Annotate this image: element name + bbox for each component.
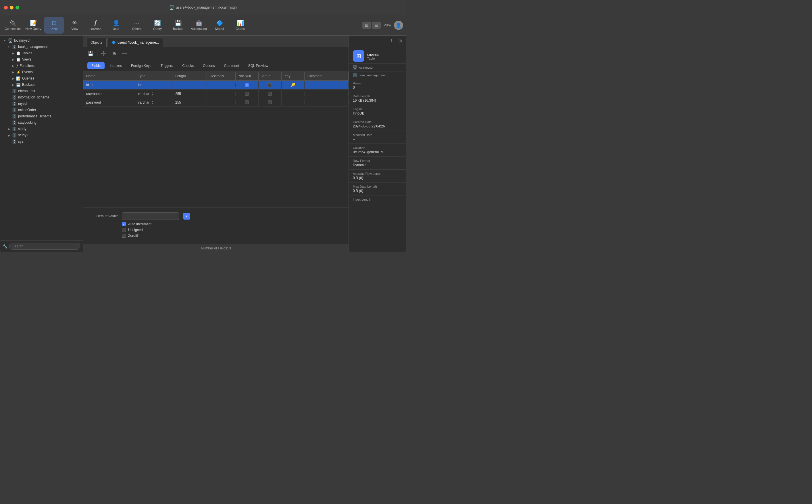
toolbar-connection[interactable]: 🔌 Connection: [3, 17, 22, 34]
toolbar-others[interactable]: ⋯ Others: [127, 17, 146, 34]
grid-icon[interactable]: ⊞: [397, 37, 404, 44]
tab-users-table[interactable]: 🔷 users@book_manageme...: [107, 38, 163, 47]
right-panel-top-icons: ℹ ⊞: [349, 36, 406, 46]
toolbar-new-query[interactable]: 📝 New Query: [24, 17, 43, 34]
sidebar-item-information-schema[interactable]: 🗄️ information_schema: [0, 94, 83, 100]
toolbar-view[interactable]: 👁 View: [65, 17, 84, 34]
cell-password-virtual[interactable]: [259, 98, 282, 106]
cell-id-not-null[interactable]: ✓: [236, 81, 259, 89]
table-row[interactable]: username varchar ▲ ▼ 255: [83, 90, 349, 98]
stepper-down[interactable]: ▼: [91, 85, 93, 87]
virtual-checkbox-password[interactable]: [268, 100, 272, 104]
sidebar-item-localmysql[interactable]: ▾ 🖥️ localmysql: [0, 37, 83, 44]
not-null-checkbox-id[interactable]: ✓: [245, 83, 249, 87]
stepper-up[interactable]: ▲: [152, 100, 154, 102]
sidebar-item-ebean-test[interactable]: 🗄️ ebean_test: [0, 88, 83, 94]
toolbar-automation[interactable]: 🤖 Automation: [189, 17, 209, 34]
stepper-up[interactable]: ▲: [91, 83, 93, 85]
search-input[interactable]: [9, 243, 80, 250]
delete-field-button[interactable]: ➖: [120, 49, 128, 57]
sub-tab-checks[interactable]: Checks: [178, 62, 198, 69]
sub-tab-sql-preview[interactable]: SQL Preview: [244, 62, 273, 69]
sidebar-item-views[interactable]: ▶ 📋 Views: [0, 56, 83, 63]
sub-tab-indexes[interactable]: Indexes: [106, 62, 126, 69]
cell-id-virtual[interactable]: [259, 81, 282, 89]
insert-field-button[interactable]: ⊕: [110, 49, 118, 57]
password-type-stepper[interactable]: ▲ ▼: [152, 100, 154, 104]
view-toggle-btn-1[interactable]: ⊡: [362, 22, 371, 29]
rp-database-value: book_management: [359, 73, 386, 77]
user-avatar[interactable]: 👤: [394, 21, 403, 30]
toolbar-table[interactable]: ⊞ Table: [44, 17, 64, 34]
default-value-dropdown[interactable]: ▾: [183, 213, 190, 220]
sub-tab-fields[interactable]: Fields: [87, 62, 105, 69]
chevron-book-management: ▾: [8, 45, 12, 49]
save-button[interactable]: 💾: [87, 49, 95, 57]
tab-bar: Objects 🔷 users@book_manageme...: [83, 36, 349, 47]
unsigned-checkbox[interactable]: [122, 228, 126, 232]
toolbar-query[interactable]: 🔄 Query: [148, 17, 167, 34]
toolbar-backup[interactable]: 💾 Backup: [168, 17, 188, 34]
sub-tab-triggers[interactable]: Triggers: [156, 62, 177, 69]
maximize-button[interactable]: [16, 6, 19, 9]
cell-password-comment: [305, 100, 349, 104]
col-type: Type: [135, 72, 172, 80]
tab-objects[interactable]: Objects: [86, 38, 107, 47]
sidebar-item-study2[interactable]: ▶ 🗄️ study2: [0, 132, 83, 138]
zerofill-checkbox[interactable]: [122, 234, 126, 238]
sidebar-item-performance-schema[interactable]: 🗄️ performance_schema: [0, 113, 83, 119]
cell-username-not-null[interactable]: [236, 90, 259, 98]
view-toggle-btn-2[interactable]: ▤: [372, 22, 381, 29]
virtual-checkbox-id[interactable]: [268, 83, 272, 87]
cell-username-virtual[interactable]: [259, 90, 282, 98]
sidebar-item-queries[interactable]: ▶ 📝 Queries: [0, 75, 83, 82]
auto-increment-checkbox[interactable]: ✓: [122, 222, 126, 226]
toolbar-charts[interactable]: 📊 Charts: [231, 17, 250, 34]
table-row[interactable]: password varchar ▲ ▼ 255: [83, 98, 349, 107]
toolbar-model[interactable]: 🔷 Model: [210, 17, 229, 34]
col-length: Length: [172, 72, 207, 80]
query-label: Query: [153, 27, 162, 30]
not-null-checkbox-password[interactable]: [245, 100, 249, 104]
sidebar-item-study[interactable]: ▶ 🗄️ study: [0, 126, 83, 132]
cell-id-name: id ▲ ▼: [83, 81, 135, 89]
max-data-length-value: 0 B (0): [353, 189, 402, 193]
sub-tab-foreign-keys[interactable]: Foreign Keys: [127, 62, 155, 69]
toolbar-function[interactable]: ƒ Function: [86, 17, 105, 34]
toolbar-user[interactable]: 👤 User: [106, 17, 126, 34]
sidebar-item-sys[interactable]: 🗄️ sys: [0, 138, 83, 145]
sidebar-item-online-order[interactable]: 🗄️ onlineOrder: [0, 107, 83, 113]
id-stepper[interactable]: ▲ ▼: [91, 83, 93, 87]
rp-connection: 🖥️ localmysql: [349, 64, 406, 71]
stepper-down[interactable]: ▼: [152, 102, 154, 104]
data-length-value: 16 KB (16,384): [353, 98, 402, 102]
sidebar-item-tables[interactable]: ▶ 📋 Tables: [0, 50, 83, 56]
col-virtual: Virtual: [259, 72, 282, 80]
stepper-up[interactable]: ▲: [152, 92, 154, 94]
info-icon[interactable]: ℹ: [388, 37, 395, 44]
sidebar-tree: ▾ 🖥️ localmysql ▾ 🗄️ book_management ▶ 📋…: [0, 36, 83, 240]
sidebar-item-mysql[interactable]: 🗄️ mysql: [0, 100, 83, 107]
virtual-checkbox-username[interactable]: [268, 92, 272, 96]
sidebar-item-backups[interactable]: ▶ 💾 Backups: [0, 82, 83, 88]
fields-header: Name Type Length Decimals Not Null Virtu…: [83, 72, 349, 81]
close-button[interactable]: [4, 6, 8, 9]
table-row[interactable]: id ▲ ▼ int ✓: [83, 81, 349, 90]
sidebar-item-book-management[interactable]: ▾ 🗄️ book_management: [0, 44, 83, 50]
sidebar-item-events[interactable]: ▶ ⚡ Events: [0, 69, 83, 75]
sidebar-item-functions[interactable]: ▶ ƒ Functions: [0, 63, 83, 69]
cell-password-not-null[interactable]: [236, 98, 259, 106]
localmysql-label: localmysql: [14, 38, 30, 42]
rp-engine: Engine InnoDB: [349, 105, 406, 118]
minimize-button[interactable]: [10, 6, 13, 9]
not-null-checkbox-username[interactable]: [245, 92, 249, 96]
add-field-button[interactable]: ➕: [100, 49, 108, 57]
search-icon: 🔧: [3, 244, 7, 249]
username-type-stepper[interactable]: ▲ ▼: [152, 92, 154, 96]
default-value-input[interactable]: [122, 212, 179, 220]
sidebar-item-staybooking[interactable]: 🗄️ staybooking: [0, 119, 83, 126]
tab-users-label: users@book_manageme...: [117, 40, 159, 44]
sub-tab-options[interactable]: Options: [199, 62, 219, 69]
sub-tab-comment[interactable]: Comment: [220, 62, 243, 69]
stepper-down[interactable]: ▼: [152, 94, 154, 96]
